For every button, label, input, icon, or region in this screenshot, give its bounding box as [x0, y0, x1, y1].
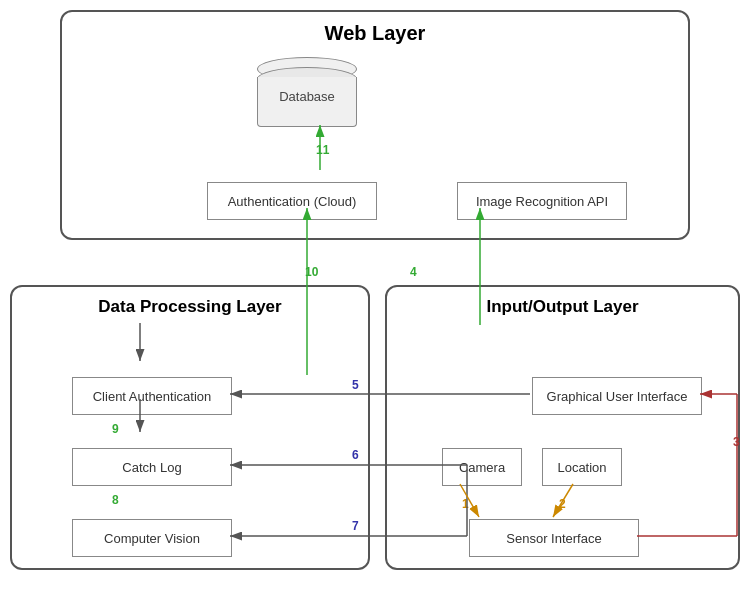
db-label: Database [257, 89, 357, 104]
location-label: Location [557, 460, 606, 475]
arrow-label-2: 2 [559, 497, 566, 511]
computer-vision-box: Computer Vision [72, 519, 232, 557]
catch-log-box: Catch Log [72, 448, 232, 486]
arrow-label-11: 11 [316, 143, 329, 157]
io-layer: Input/Output Layer Graphical User Interf… [385, 285, 740, 570]
arrow-label-7: 7 [352, 519, 359, 533]
arrow-label-3: 3 [733, 435, 740, 449]
arrow-label-9: 9 [112, 422, 119, 436]
data-processing-title: Data Processing Layer [12, 297, 368, 317]
web-layer-title: Web Layer [62, 22, 688, 45]
computer-vision-label: Computer Vision [104, 531, 200, 546]
arrow-label-6: 6 [352, 448, 359, 462]
diagram-container: Web Layer Database Authentication (Cloud… [0, 0, 755, 592]
client-auth-label: Client Authentication [93, 389, 212, 404]
gui-box: Graphical User Interface [532, 377, 702, 415]
arrow-label-1: 1 [462, 497, 469, 511]
arrow-label-10: 10 [305, 265, 318, 279]
data-processing-layer: Data Processing Layer Client Authenticat… [10, 285, 370, 570]
arrow-label-8: 8 [112, 493, 119, 507]
client-auth-box: Client Authentication [72, 377, 232, 415]
arrow-label-5: 5 [352, 378, 359, 392]
io-title: Input/Output Layer [387, 297, 738, 317]
auth-cloud-box: Authentication (Cloud) [207, 182, 377, 220]
image-recognition-label: Image Recognition API [476, 194, 608, 209]
sensor-interface-box: Sensor Interface [469, 519, 639, 557]
camera-label: Camera [459, 460, 505, 475]
camera-box: Camera [442, 448, 522, 486]
arrow-label-4: 4 [410, 265, 417, 279]
image-recognition-box: Image Recognition API [457, 182, 627, 220]
location-box: Location [542, 448, 622, 486]
catch-log-label: Catch Log [122, 460, 181, 475]
db-cylinder: Database [257, 57, 357, 127]
sensor-interface-label: Sensor Interface [506, 531, 601, 546]
auth-cloud-label: Authentication (Cloud) [228, 194, 357, 209]
database-shape: Database [257, 57, 357, 127]
web-layer-box: Web Layer Database Authentication (Cloud… [60, 10, 690, 240]
gui-label: Graphical User Interface [547, 389, 688, 404]
